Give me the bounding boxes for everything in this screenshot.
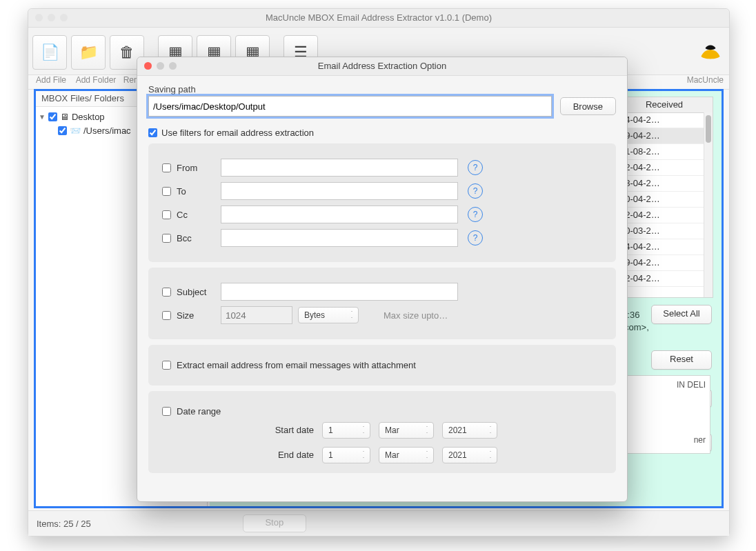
- date-range-checkbox[interactable]: [162, 407, 171, 416]
- status-bar: Items: 25 / 25 Stop: [28, 510, 729, 536]
- folder-plus-icon: 📁: [79, 43, 98, 61]
- filters-group-date: Date range Start date 1 Mar 2021 End dat…: [148, 391, 616, 473]
- saving-path-input[interactable]: [148, 96, 552, 117]
- saving-path-label: Saving path: [148, 84, 616, 94]
- from-input[interactable]: [221, 159, 458, 177]
- dialog-titlebar[interactable]: Email Address Extraction Option: [137, 57, 627, 76]
- end-month-select[interactable]: Mar: [379, 447, 434, 463]
- received-table: Received 04-04-2… 09-04-2… 01-08-2… 12-0…: [615, 97, 713, 298]
- start-date-label: Start date: [217, 422, 314, 439]
- cc-checkbox[interactable]: [162, 210, 171, 219]
- start-month-select[interactable]: Mar: [379, 422, 434, 439]
- received-header[interactable]: Received: [616, 97, 713, 113]
- macuncle-logo: [697, 39, 724, 66]
- help-icon[interactable]: ?: [468, 230, 483, 246]
- bcc-input[interactable]: [221, 229, 458, 247]
- item-checkbox[interactable]: [58, 126, 67, 135]
- dialog-title: Email Address Extraction Option: [318, 61, 446, 71]
- minimize-icon: [157, 62, 164, 70]
- subject-input[interactable]: [221, 283, 458, 301]
- size-label: Size: [177, 310, 215, 321]
- desktop-icon: 🖥: [60, 112, 69, 122]
- root-checkbox[interactable]: [48, 112, 57, 121]
- start-month-value: Mar: [385, 425, 399, 435]
- to-label: To: [177, 186, 215, 197]
- scrollbar-thumb[interactable]: [706, 115, 711, 143]
- start-year-select[interactable]: 2021: [442, 422, 497, 439]
- table-row[interactable]: 10-04-2…: [616, 192, 704, 208]
- mbox-file-icon: 📨: [70, 126, 81, 136]
- root-label: Desktop: [72, 112, 105, 122]
- filters-group-headers: From ? To ? Cc ? Bcc ?: [148, 143, 616, 262]
- end-year-value: 2021: [448, 450, 467, 460]
- table-row[interactable]: 03-04-2…: [616, 176, 704, 192]
- size-note: Max size upto…: [384, 310, 448, 321]
- chevron-down-icon: ▼: [39, 113, 46, 121]
- reset-button[interactable]: Reset: [651, 350, 712, 370]
- use-filters-label: Use filters for email address extraction: [161, 128, 314, 138]
- main-traffic-dot: [60, 14, 68, 21]
- to-input[interactable]: [221, 182, 458, 200]
- close-icon[interactable]: [144, 62, 152, 70]
- help-icon[interactable]: ?: [468, 183, 483, 199]
- size-unit-select[interactable]: Bytes: [298, 307, 359, 323]
- main-traffic-lights: [35, 14, 68, 21]
- main-titlebar: MacUncle MBOX Email Address Extractor v1…: [28, 9, 729, 28]
- add-file-button[interactable]: 📄: [32, 35, 67, 70]
- to-checkbox[interactable]: [162, 187, 171, 196]
- stop-button[interactable]: Stop: [243, 514, 306, 532]
- table-row[interactable]: 12-04-2…: [616, 271, 704, 287]
- file-plus-icon: 📄: [41, 43, 59, 61]
- end-month-value: Mar: [385, 450, 399, 460]
- table-row[interactable]: 09-04-2…: [616, 255, 704, 271]
- main-traffic-dot: [48, 14, 55, 21]
- filters-group-attachment: Extract email address from email message…: [148, 345, 616, 385]
- table-row[interactable]: 30-03-2…: [616, 223, 704, 239]
- attachment-label: Extract email address from email message…: [177, 360, 416, 370]
- table-row[interactable]: 12-04-2…: [616, 160, 704, 176]
- size-input[interactable]: [221, 306, 292, 324]
- help-icon[interactable]: ?: [468, 160, 483, 175]
- brand-label: MacUncle: [682, 75, 724, 85]
- bcc-label: Bcc: [177, 233, 215, 243]
- bcc-checkbox[interactable]: [162, 234, 171, 243]
- dialog-traffic-lights: [144, 62, 177, 70]
- received-rows: 04-04-2… 09-04-2… 01-08-2… 12-04-2… 03-0…: [616, 112, 704, 297]
- browse-button[interactable]: Browse: [560, 97, 616, 115]
- main-window-title: MacUncle MBOX Email Address Extractor v1…: [266, 12, 492, 23]
- add-folder-button[interactable]: 📁: [71, 35, 106, 70]
- from-checkbox[interactable]: [162, 163, 171, 172]
- main-traffic-dot: [35, 14, 43, 21]
- table-row[interactable]: 04-04-2…: [616, 239, 704, 255]
- start-year-value: 2021: [448, 425, 467, 435]
- end-date-label: End date: [217, 447, 314, 463]
- start-day-select[interactable]: 1: [322, 422, 370, 439]
- from-label: From: [177, 163, 215, 173]
- extraction-options-dialog: Email Address Extraction Option Saving p…: [137, 57, 628, 502]
- help-icon[interactable]: ?: [468, 207, 483, 222]
- subject-checkbox[interactable]: [162, 288, 171, 297]
- table-scrollbar[interactable]: [704, 112, 713, 297]
- date-range-label: Date range: [177, 406, 221, 417]
- item-label: /Users/imac: [83, 126, 131, 136]
- size-unit-value: Bytes: [304, 310, 325, 320]
- label-add-folder: Add Folder: [74, 75, 118, 85]
- table-row[interactable]: 01-08-2…: [616, 144, 704, 160]
- items-count: Items: 25 / 25: [37, 519, 91, 529]
- label-add-file: Add File: [32, 75, 70, 85]
- end-year-select[interactable]: 2021: [442, 447, 497, 463]
- cc-label: Cc: [177, 210, 215, 220]
- cc-input[interactable]: [221, 206, 458, 223]
- size-checkbox[interactable]: [162, 311, 171, 320]
- dialog-body: Saving path Browse Use filters for email…: [137, 76, 627, 481]
- filters-group-subject-size: Subject Size Bytes Max size upto…: [148, 268, 616, 339]
- table-row[interactable]: 02-04-2…: [616, 208, 704, 223]
- table-row[interactable]: 09-04-2…: [616, 128, 704, 144]
- subject-label: Subject: [177, 287, 215, 297]
- attachment-checkbox[interactable]: [162, 361, 171, 370]
- use-filters-checkbox[interactable]: [148, 128, 157, 137]
- end-day-value: 1: [328, 450, 333, 460]
- end-day-select[interactable]: 1: [322, 447, 370, 463]
- start-day-value: 1: [328, 425, 333, 435]
- table-row[interactable]: 04-04-2…: [616, 112, 704, 128]
